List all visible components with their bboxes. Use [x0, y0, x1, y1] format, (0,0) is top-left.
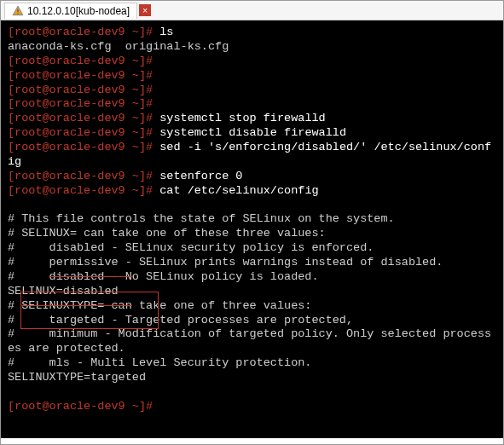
prompt: [root@oracle-dev9 ~]# — [8, 97, 153, 110]
prompt: [root@oracle-dev9 ~]# — [8, 26, 153, 38]
prompt: [root@oracle-dev9 ~]# — [8, 184, 153, 197]
tab-bar: 10.12.0.10[kub-nodea] × — [1, 1, 503, 20]
cmd-disable-firewall: systemctl disable firewalld — [159, 126, 346, 139]
config-line: # disabled - No SELinux policy is loaded… — [8, 270, 319, 283]
config-line: # SELINUXTYPE= can take one of three val… — [8, 299, 311, 312]
session-tab[interactable]: 10.12.0.10[kub-nodea] — [4, 3, 137, 19]
ls-output: anaconda-ks.cfg original-ks.cfg — [8, 40, 229, 53]
terminal-area: [root@oracle-dev9 ~]# ls anaconda-ks.cfg… — [1, 20, 503, 438]
selinux-setting: SELINUX=disabled — [8, 285, 119, 298]
prompt: [root@oracle-dev9 ~]# — [8, 69, 153, 82]
prompt: [root@oracle-dev9 ~]# — [8, 170, 153, 182]
prompt: [root@oracle-dev9 ~]# — [8, 84, 153, 96]
svg-rect-1 — [17, 13, 18, 14]
prompt: [root@oracle-dev9 ~]# — [8, 126, 153, 139]
config-line: # disabled - SELinux security policy is … — [8, 241, 374, 254]
close-icon[interactable]: × — [139, 4, 151, 16]
cmd-setenforce: setenforce 0 — [159, 170, 242, 182]
tab-title: 10.12.0.10[kub-nodea] — [27, 5, 130, 17]
terminal-window: 10.12.0.10[kub-nodea] × [root@oracle-dev… — [0, 0, 504, 445]
config-line: # targeted - Targeted processes are prot… — [8, 314, 353, 327]
prompt: [root@oracle-dev9 ~]# — [8, 141, 153, 153]
cmd-ls: ls — [159, 26, 173, 38]
prompt: [root@oracle-dev9 ~]# — [8, 112, 153, 124]
config-line: # permissive - SELinux prints warnings i… — [8, 256, 443, 269]
warning-icon — [12, 5, 24, 17]
terminal-output[interactable]: [root@oracle-dev9 ~]# ls anaconda-ks.cfg… — [1, 20, 503, 438]
config-line: # This file controls the state of SELinu… — [8, 212, 395, 225]
config-line: # mls - Multi Level Security protection. — [8, 356, 311, 369]
config-line: # SELINUX= can take one of these three v… — [8, 227, 326, 240]
selinuxtype-setting: SELINUXTYPE=targeted — [8, 371, 146, 384]
cmd-cat: cat /etc/selinux/config — [159, 184, 318, 197]
cmd-stop-firewall: systemctl stop firewalld — [159, 112, 325, 124]
prompt: [root@oracle-dev9 ~]# — [8, 400, 153, 413]
config-line: # minimum - Modification of targeted pol… — [8, 327, 491, 355]
prompt: [root@oracle-dev9 ~]# — [8, 55, 153, 67]
svg-rect-0 — [17, 9, 18, 12]
